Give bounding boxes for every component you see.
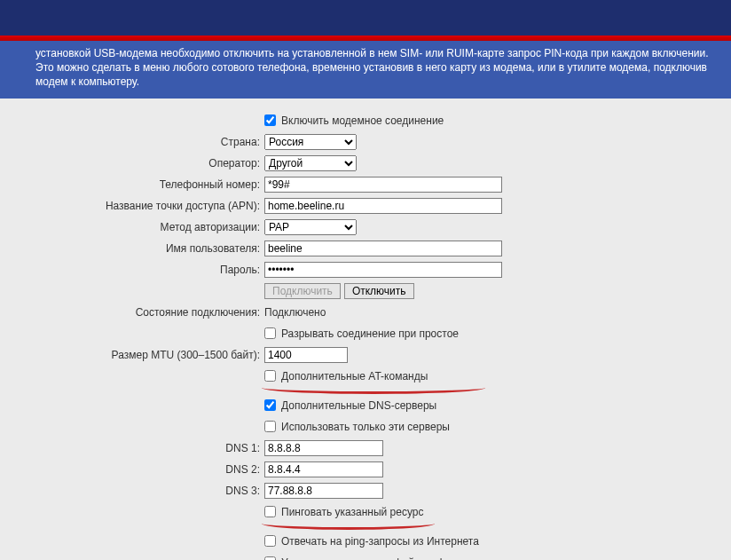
phone-input[interactable] [264, 177, 502, 193]
enable-modem-checkbox[interactable]: Включить модемное соединение [264, 114, 444, 127]
dns-only-input[interactable] [264, 421, 276, 432]
idle-disconnect-label: Разрывать соединение при простое [281, 327, 459, 340]
ping-resource-checkbox[interactable]: Пинговать указанный ресурс [264, 506, 424, 518]
disconnect-button[interactable]: Отключить [344, 283, 414, 299]
dns3-label: DNS 3: [9, 485, 264, 497]
dns3-input[interactable] [264, 483, 383, 499]
user-input[interactable] [264, 241, 502, 256]
user-label: Имя пользователя: [9, 242, 264, 255]
extra-dns-checkbox[interactable]: Дополнительные DNS-серверы [264, 399, 436, 412]
dns-only-label: Использовать только эти серверы [281, 421, 450, 433]
mtu-input[interactable] [264, 347, 348, 363]
auth-label: Метод авторизации: [9, 221, 264, 233]
usb-port-checkbox[interactable]: Установить порт интерфейса usb-модема [264, 556, 488, 560]
enable-modem-label: Включить модемное соединение [281, 114, 444, 127]
ping-reply-checkbox[interactable]: Отвечать на ping-запросы из Интернета [264, 535, 479, 548]
highlight-underline-1 [262, 388, 485, 394]
ping-resource-input[interactable] [264, 506, 276, 517]
ping-reply-label: Отвечать на ping-запросы из Интернета [281, 535, 479, 548]
pass-input[interactable] [264, 262, 502, 278]
ping-resource-label: Пинговать указанный ресурс [281, 506, 424, 518]
at-commands-input[interactable] [264, 370, 276, 382]
operator-select[interactable]: Другой [264, 155, 357, 171]
dns-only-checkbox[interactable]: Использовать только эти серверы [264, 421, 450, 433]
ping-reply-input[interactable] [264, 535, 276, 547]
apn-label: Название точки доступа (APN): [9, 200, 264, 212]
state-value: Подключено [264, 306, 326, 319]
country-select[interactable]: Россия [264, 134, 357, 150]
connect-button: Подключить [264, 283, 341, 299]
usb-port-input[interactable] [264, 556, 276, 560]
highlight-underline-2 [262, 524, 435, 530]
idle-disconnect-input[interactable] [264, 327, 276, 339]
usb-port-label: Установить порт интерфейса usb-модема [281, 556, 488, 560]
operator-label: Оператор: [9, 157, 264, 170]
pass-label: Пароль: [9, 264, 264, 276]
at-commands-checkbox[interactable]: Дополнительные AT-команды [264, 370, 428, 383]
mtu-label: Размер MTU (300–1500 байт): [9, 349, 264, 361]
info-text: установкой USB-модема необходимо отключи… [0, 41, 731, 99]
dns1-input[interactable] [264, 440, 383, 456]
extra-dns-label: Дополнительные DNS-серверы [281, 399, 436, 412]
apn-input[interactable] [264, 198, 502, 214]
extra-dns-input[interactable] [264, 399, 276, 411]
enable-modem-input[interactable] [264, 114, 276, 126]
settings-form: Включить модемное соединение Страна: Рос… [0, 99, 731, 560]
dns2-input[interactable] [264, 461, 383, 477]
header-bar [0, 0, 731, 35]
idle-disconnect-checkbox[interactable]: Разрывать соединение при простое [264, 327, 459, 340]
auth-select[interactable]: PAP [264, 219, 357, 235]
state-label: Состояние подключения: [9, 306, 264, 319]
country-label: Страна: [9, 136, 264, 148]
dns2-label: DNS 2: [9, 463, 264, 476]
phone-label: Телефонный номер: [9, 178, 264, 191]
dns1-label: DNS 1: [9, 442, 264, 454]
at-commands-label: Дополнительные AT-команды [281, 370, 428, 383]
